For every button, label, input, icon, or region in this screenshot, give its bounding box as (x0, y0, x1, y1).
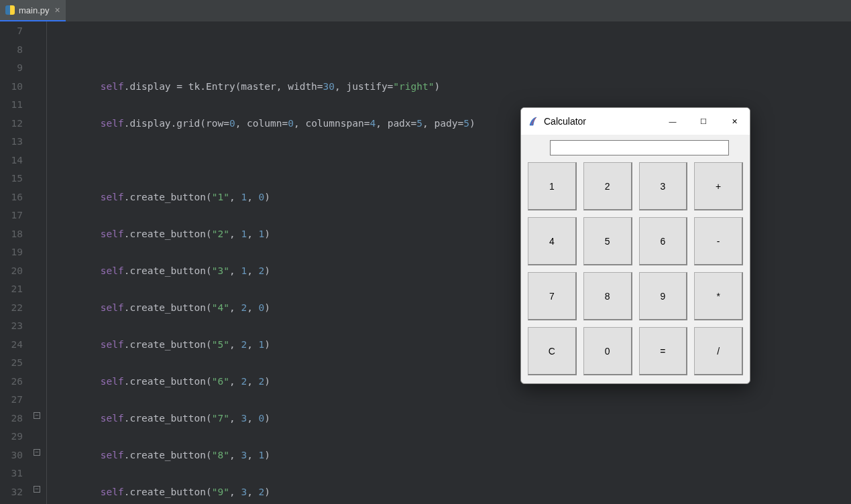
minimize-icon: — (669, 117, 677, 125)
code-line: self.display = tk.Entry(master, width=30… (54, 78, 697, 97)
fold-marker-icon[interactable]: − (34, 486, 40, 493)
line-number: 11 (0, 96, 23, 115)
close-button[interactable]: ✕ (719, 108, 750, 135)
line-number: 14 (0, 151, 23, 170)
calc-button-4[interactable]: 4 (528, 217, 577, 265)
calc-button-2[interactable]: 2 (583, 162, 632, 210)
tab-filename: main.py (19, 5, 50, 15)
line-number: 20 (0, 262, 23, 281)
line-number: 8 (0, 41, 23, 60)
line-number: 28 (0, 410, 23, 428)
maximize-button[interactable]: ☐ (688, 108, 719, 135)
python-icon (5, 5, 15, 15)
maximize-icon: ☐ (700, 117, 707, 126)
tab-bar: main.py × (0, 0, 851, 21)
line-number: 26 (0, 373, 23, 391)
line-number: 23 (0, 317, 23, 336)
fold-marker-icon[interactable]: − (34, 412, 40, 419)
calc-button-equals[interactable]: = (639, 327, 688, 375)
line-number: 13 (0, 133, 23, 151)
line-number: 9 (0, 59, 23, 78)
calc-button-minus[interactable]: - (694, 217, 743, 265)
calculator-keypad: 1 2 3 + 4 5 6 - 7 8 9 * C 0 = / (528, 162, 743, 375)
calc-button-8[interactable]: 8 (583, 272, 632, 320)
line-number: 31 (0, 464, 23, 483)
code-line: self.create_button("9", 3, 2) (54, 483, 697, 502)
calc-button-6[interactable]: 6 (639, 217, 688, 265)
line-number: 32 (0, 483, 23, 502)
calc-button-0[interactable]: 0 (583, 327, 632, 375)
line-number: 7 (0, 22, 23, 41)
tk-feather-icon (528, 116, 538, 127)
line-number: 29 (0, 428, 23, 446)
calc-button-divide[interactable]: / (694, 327, 743, 375)
calc-button-plus[interactable]: + (694, 162, 743, 210)
line-number: 18 (0, 225, 23, 244)
line-number: 25 (0, 354, 23, 373)
line-number: 21 (0, 280, 23, 299)
titlebar[interactable]: Calculator — ☐ ✕ (521, 108, 750, 135)
calculator-display[interactable] (550, 140, 729, 155)
calculator-body: 1 2 3 + 4 5 6 - 7 8 9 * C 0 = / (521, 135, 750, 383)
line-number: 16 (0, 188, 23, 207)
line-number: 19 (0, 243, 23, 262)
line-number: 30 (0, 446, 23, 465)
fold-column: − − − (28, 21, 47, 504)
file-tab[interactable]: main.py × (0, 0, 66, 21)
calc-button-9[interactable]: 9 (639, 272, 688, 320)
code-line: self.create_button("8", 3, 1) (54, 446, 697, 465)
calc-button-3[interactable]: 3 (639, 162, 688, 210)
window-title: Calculator (544, 116, 657, 127)
fold-marker-icon[interactable]: − (34, 449, 40, 456)
calc-button-clear[interactable]: C (528, 327, 577, 375)
line-gutter: 7 8 9 10 11 12 13 14 15 16 17 18 19 20 2… (0, 21, 28, 504)
calc-button-multiply[interactable]: * (694, 272, 743, 320)
tab-close-icon[interactable]: × (55, 5, 60, 15)
line-number: 10 (0, 78, 23, 97)
calc-button-1[interactable]: 1 (528, 162, 577, 210)
line-number: 15 (0, 170, 23, 188)
minimize-button[interactable]: — (657, 108, 688, 135)
code-line: self.create_button("7", 3, 0) (54, 410, 697, 428)
line-number: 17 (0, 206, 23, 225)
calc-button-7[interactable]: 7 (528, 272, 577, 320)
code-line (54, 41, 697, 60)
calc-button-5[interactable]: 5 (583, 217, 632, 265)
line-number: 22 (0, 299, 23, 318)
line-number: 27 (0, 391, 23, 410)
close-icon: ✕ (732, 117, 738, 126)
line-number: 12 (0, 115, 23, 133)
line-number: 24 (0, 336, 23, 355)
calculator-window: Calculator — ☐ ✕ 1 2 3 + 4 5 6 - 7 8 9 *… (520, 107, 750, 384)
